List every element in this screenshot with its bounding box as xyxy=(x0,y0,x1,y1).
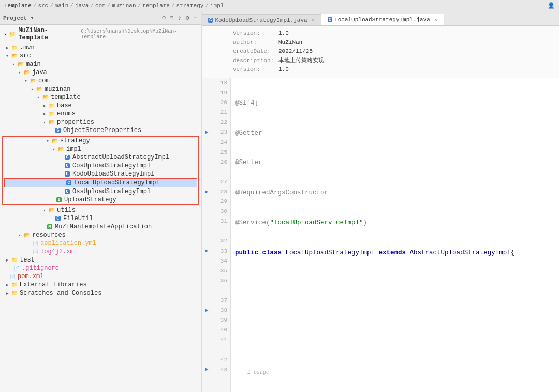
folder-icon-impl: 📂 xyxy=(57,146,65,153)
sidebar-add-icon[interactable]: ⊕ xyxy=(161,13,167,22)
file-header-author-label: author: xyxy=(233,38,274,48)
tree-item-mvn[interactable]: ▶ 📁 .mvn xyxy=(0,43,201,52)
arrow-mvn: ▶ xyxy=(4,45,10,51)
breadcrumb-com[interactable]: com xyxy=(95,3,106,9)
breadcrumb-template2[interactable]: template xyxy=(142,3,170,9)
tree-item-template[interactable]: ▾ 📂 template xyxy=(0,93,201,101)
tab-kodo-upload[interactable]: C KodoUploadStrategyImpl.java ✕ xyxy=(202,14,321,25)
arrow-src: ▾ xyxy=(4,53,10,59)
tree-item-log4j2[interactable]: 📄 log4j2.xml xyxy=(0,248,201,256)
linenum-33: 33 xyxy=(215,246,227,256)
tree-item-utils[interactable]: ▾ 📂 utils xyxy=(0,206,201,214)
sidebar-minimize-icon[interactable]: − xyxy=(193,14,198,22)
tree-item-impl[interactable]: ▾ 📂 impl xyxy=(3,145,198,153)
tab-local-upload[interactable]: C LocalUploadStrategyImpl.java ✕ xyxy=(321,14,444,25)
arrow-properties: ▾ xyxy=(41,120,48,125)
linenum-29: 29 xyxy=(215,197,227,207)
code-line-26 xyxy=(235,338,559,347)
label-kodo-upload: KodoUploadStrategyImpl xyxy=(72,170,154,178)
java-class-icon-fileutil: C xyxy=(54,215,62,222)
breadcrumb-main[interactable]: main xyxy=(55,3,68,9)
gutter-25 xyxy=(202,148,212,157)
breadcrumb-strategy[interactable]: strategy xyxy=(176,3,204,9)
label-resources: resources xyxy=(32,231,66,239)
tree-item-main[interactable]: ▾ 📂 main xyxy=(0,60,201,68)
file-header-version2-val: 1.0 xyxy=(278,65,289,75)
gutter-36 xyxy=(202,276,212,286)
tree-item-enums[interactable]: ▶ 📁 enums xyxy=(0,110,201,118)
tree-item-object-store-props[interactable]: C ObjectStoreProperties xyxy=(0,126,201,135)
code-line-24 xyxy=(235,278,559,288)
project-expand-arrow[interactable]: ▾ xyxy=(4,32,7,37)
tree-item-src[interactable]: ▾ 📂 src xyxy=(0,52,201,60)
tab-close-kodo[interactable]: ✕ xyxy=(312,17,315,23)
project-name[interactable]: MuZiNan-Template xyxy=(18,27,76,41)
breadcrumb-sep-2: / xyxy=(50,3,53,9)
breadcrumb-java[interactable]: java xyxy=(75,3,89,9)
tree-item-resources[interactable]: ▾ 📂 resources xyxy=(0,231,201,239)
arrow-java: ▾ xyxy=(17,70,23,76)
label-muzinan: muzinan xyxy=(45,85,70,93)
tree-item-pom[interactable]: 📄 pom.xml xyxy=(0,272,201,281)
breadcrumb-src[interactable]: src xyxy=(38,3,48,9)
folder-icon-ext-libs: 📁 xyxy=(10,281,19,288)
linenum-37: 37 xyxy=(215,296,227,306)
tree-item-com[interactable]: ▾ 📂 com xyxy=(0,77,201,85)
tree-item-gitignore[interactable]: 📄 .gitignore xyxy=(0,264,201,272)
folder-icon-strategy: 📂 xyxy=(51,137,59,144)
tree-item-cos-upload[interactable]: C CosUploadStrategyImpl xyxy=(3,162,198,170)
gutter-35 xyxy=(202,266,212,276)
tree-item-oss-upload[interactable]: C OssUploadStrategyImpl xyxy=(3,187,198,196)
project-path: C:\Users\nansh\Desktop\MuZiNan-Template xyxy=(81,28,197,40)
sidebar-expand-icon[interactable]: ⇕ xyxy=(176,13,182,22)
breadcrumb-template[interactable]: Template xyxy=(4,3,32,9)
sidebar-settings-icon[interactable]: ⚙ xyxy=(185,13,190,22)
code-container[interactable]: ▶ ▶ ▶ ▶ xyxy=(202,78,559,392)
top-right-icon: 👤 xyxy=(548,2,555,9)
code-editor[interactable]: @Slf4j @Getter @Setter @RequiredArgsCons… xyxy=(231,78,559,392)
sidebar-menu-icon[interactable]: ≡ xyxy=(169,14,174,22)
breadcrumb-impl[interactable]: impl xyxy=(210,3,224,9)
tree-item-file-util[interactable]: C FileUtil xyxy=(0,214,201,223)
linenum-35: 35 xyxy=(215,266,227,276)
linenum-18: 18 xyxy=(215,78,227,88)
tree-item-scratches[interactable]: ▶ 📁 Scratches and Consoles xyxy=(0,289,201,297)
tree-item-local-upload[interactable]: C LocalUploadStrategyImpl xyxy=(4,178,197,187)
gutter-area: ▶ ▶ ▶ ▶ xyxy=(202,78,212,392)
tab-close-local[interactable]: ✕ xyxy=(434,17,437,23)
file-header-version2-label: version: xyxy=(233,65,274,75)
label-oss-upload: OssUploadStrategyImpl xyxy=(72,188,151,195)
gutter-34 xyxy=(202,256,212,266)
tree-item-properties[interactable]: ▾ 📂 properties xyxy=(0,118,201,126)
arrow-com: ▾ xyxy=(23,78,29,84)
linenum-40: 40 xyxy=(215,325,227,335)
code-line-25 xyxy=(235,308,559,318)
linenum-43: 43 xyxy=(215,365,227,375)
linenum-23: 23 xyxy=(215,127,227,137)
tree-item-java[interactable]: ▾ 📂 java xyxy=(0,68,201,77)
label-enums: enums xyxy=(57,110,76,118)
tree-item-test[interactable]: ▶ 📁 test xyxy=(0,256,201,264)
tree-item-abstract-upload[interactable]: C AbstractUploadStrategyImpl xyxy=(3,153,198,162)
tree-item-kodo-upload[interactable]: C KodoUploadStrategyImpl xyxy=(3,170,198,178)
breadcrumb-muzinan[interactable]: muzinan xyxy=(112,3,136,9)
java-class-icon-abstract: C xyxy=(63,154,71,161)
tree-item-ext-libs[interactable]: ▶ 📁 External Libraries xyxy=(0,281,201,289)
code-line-21: @RequiredArgsConstructor xyxy=(235,188,559,198)
arrow-resources: ▾ xyxy=(17,233,23,238)
linenum-usage4: · xyxy=(215,345,227,355)
tree-item-main-app[interactable]: M MuZiNanTemplateApplication xyxy=(0,223,201,231)
linenum-20: 20 xyxy=(215,98,227,108)
tree-item-app-yml[interactable]: 📄 application.yml xyxy=(0,239,201,248)
tab-icon-local: C xyxy=(328,17,332,22)
arrow-utils: ▾ xyxy=(41,208,48,213)
folder-icon-src: 📂 xyxy=(10,52,19,60)
gutter-29 xyxy=(202,197,212,207)
tree-item-muzinan[interactable]: ▾ 📂 muzinan xyxy=(0,85,201,93)
tree-item-base[interactable]: ▶ 📁 base xyxy=(0,101,201,110)
folder-icon-resources: 📂 xyxy=(23,231,31,239)
label-gitignore: .gitignore xyxy=(22,265,59,272)
tree-item-strategy[interactable]: ▾ 📂 strategy xyxy=(3,137,198,145)
folder-icon-enums: 📁 xyxy=(48,110,56,118)
tree-item-upload-strategy[interactable]: I UploadStrategy xyxy=(3,196,198,204)
